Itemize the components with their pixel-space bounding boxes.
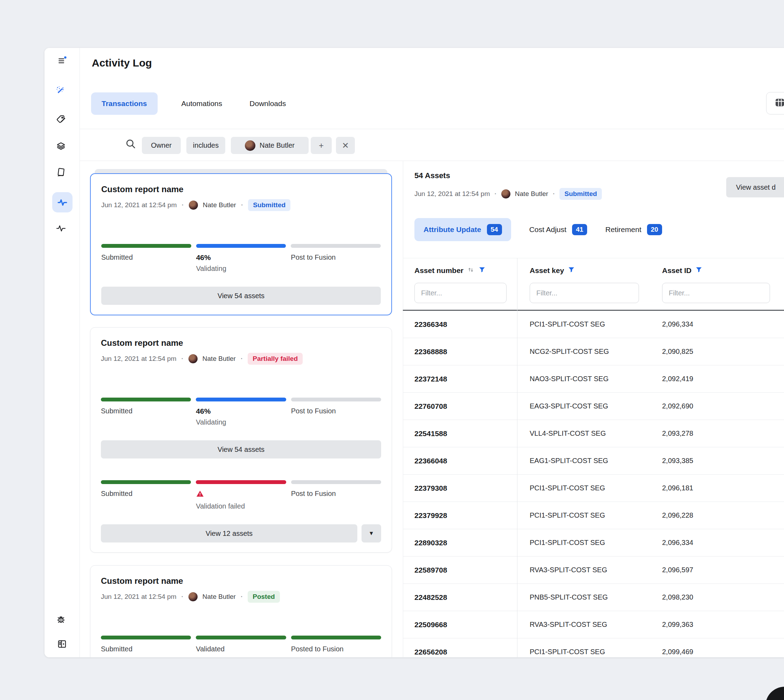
progress-segment-blue bbox=[196, 244, 286, 248]
report-card[interactable]: Custom report nameJun 12, 2021 at 12:54 … bbox=[90, 327, 392, 553]
asset-id-cell: 2,092,419 bbox=[650, 375, 693, 383]
asset-id-cell: 2,092,690 bbox=[650, 402, 693, 410]
view-assets-dropdown-button[interactable]: ▼ bbox=[361, 524, 381, 542]
progress-labels: SubmittedValidation failedPost to Fusion bbox=[101, 490, 381, 510]
progress-substatus: Validation failed bbox=[196, 502, 286, 510]
asset-number-cell: 22379928 bbox=[403, 512, 518, 520]
table-row[interactable]: 22509668RVA3-SPLIT-COST SEG2,099,363 bbox=[403, 611, 784, 638]
clear-filter-button[interactable]: ✕ bbox=[336, 137, 355, 154]
dot-separator: · bbox=[495, 190, 497, 198]
asset-number-cell: 22366048 bbox=[403, 457, 518, 465]
chip-retirement[interactable]: Retirement20 bbox=[605, 218, 662, 241]
report-title: Custom report name bbox=[101, 184, 381, 195]
filter-field-pill[interactable]: Owner bbox=[142, 137, 181, 154]
assets-panel-title: 54 Assets bbox=[415, 171, 450, 180]
progress-percent: 46% bbox=[196, 407, 286, 415]
avatar bbox=[189, 592, 197, 601]
asset-key-cell: EAG1-SPLIT-COST SEG bbox=[518, 457, 650, 465]
asset-id-cell: 2,090,825 bbox=[650, 348, 693, 356]
activity-pulse-icon-active[interactable] bbox=[54, 194, 71, 211]
progress-segment-green bbox=[101, 636, 191, 640]
view-assets-button[interactable]: View 54 assets bbox=[101, 440, 381, 458]
tab-downloads[interactable]: Downloads bbox=[246, 99, 289, 108]
view-asset-details-button[interactable]: View asset d bbox=[726, 177, 784, 197]
asset-id-cell: 2,093,385 bbox=[650, 457, 693, 465]
side-panel-icon[interactable] bbox=[53, 636, 70, 652]
avatar bbox=[245, 140, 256, 151]
progress-stage-label: Post to Fusion bbox=[291, 490, 336, 497]
table-row[interactable]: 22366348PCI1-SPLIT-COST SEG2,096,334 bbox=[403, 311, 784, 338]
table-row[interactable]: 22890328PCI1-SPLIT-COST SEG2,096,334 bbox=[403, 529, 784, 557]
asset-key-cell: RVA3-SPLIT-COST SEG bbox=[518, 620, 650, 628]
frozen-column-divider bbox=[517, 258, 517, 657]
progress-labels: Submitted46%ValidatingPost to Fusion bbox=[101, 407, 381, 426]
chip-count-badge: 41 bbox=[572, 224, 587, 235]
tab-automations[interactable]: Automations bbox=[178, 99, 226, 108]
asset-number-filter-input[interactable] bbox=[415, 283, 507, 303]
table-row[interactable]: 22368888NCG2-SPLIT-COST SEG2,090,825 bbox=[403, 338, 784, 365]
column-label: Asset number bbox=[415, 267, 463, 275]
report-meta: Jun 12, 2021 at 12:54 pm·Nate Butler·Pos… bbox=[101, 592, 381, 602]
tags-icon[interactable] bbox=[53, 111, 69, 127]
notebook-icon[interactable] bbox=[53, 164, 69, 181]
asset-id-filter-input[interactable] bbox=[662, 283, 770, 303]
column-header-asset-key[interactable]: Asset key bbox=[530, 266, 662, 275]
asset-key-cell: NCG2-SPLIT-COST SEG bbox=[518, 348, 650, 356]
report-card[interactable]: Custom report nameJun 12, 2021 at 12:54 … bbox=[90, 565, 392, 657]
table-row[interactable]: 22589708RVA3-SPLIT-COST SEG2,096,597 bbox=[403, 557, 784, 584]
progress-label-cell: Submitted bbox=[101, 645, 191, 653]
chip-label: Retirement bbox=[605, 225, 642, 234]
report-card[interactable]: Custom report nameJun 12, 2021 at 12:54 … bbox=[90, 173, 392, 315]
table-row[interactable]: 22482528PNB5-SPLIT-COST SEG2,098,230 bbox=[403, 584, 784, 611]
filter-operator-pill[interactable]: includes bbox=[186, 137, 225, 154]
table-row[interactable]: 22379928PCI1-SPLIT-COST SEG2,096,228 bbox=[403, 502, 784, 529]
filter-funnel-icon[interactable] bbox=[568, 266, 575, 275]
add-filter-button[interactable]: + bbox=[311, 137, 332, 154]
table-row[interactable]: 22760708EAG3-SPLIT-COST SEG2,092,690 bbox=[403, 393, 784, 420]
table-row[interactable]: 22379308PCI1-SPLIT-COST SEG2,096,181 bbox=[403, 475, 784, 502]
chip-count-badge: 54 bbox=[487, 224, 502, 235]
menu-icon[interactable] bbox=[53, 52, 70, 69]
filter-funnel-icon[interactable] bbox=[695, 266, 703, 275]
asset-key-filter-input[interactable] bbox=[530, 283, 639, 303]
progress-segment-gray bbox=[291, 398, 381, 402]
asset-key-cell: RVA3-SPLIT-COST SEG bbox=[518, 566, 650, 574]
progress-label-cell: Submitted bbox=[101, 407, 191, 426]
layers-icon[interactable] bbox=[53, 138, 69, 155]
progress-segment-green bbox=[196, 636, 286, 640]
chip-label: Cost Adjust bbox=[529, 225, 567, 234]
view-assets-button[interactable]: View 54 assets bbox=[101, 287, 381, 305]
report-title: Custom report name bbox=[101, 575, 381, 587]
progress-substatus: Validating bbox=[196, 418, 286, 426]
table-row[interactable]: 22366048EAG1-SPLIT-COST SEG2,093,385 bbox=[403, 447, 784, 475]
chip-attribute-update[interactable]: Attribute Update54 bbox=[415, 218, 511, 241]
progress-segment-gray bbox=[291, 480, 381, 484]
table-row[interactable]: 22372148NAO3-SPLIT-COST SEG2,092,419 bbox=[403, 365, 784, 393]
table-view-button[interactable] bbox=[766, 92, 784, 115]
report-date: Jun 12, 2021 at 12:54 pm bbox=[101, 201, 177, 209]
report-owner: Nate Butler bbox=[202, 593, 236, 601]
progress-stage-label: Submitted bbox=[101, 490, 132, 497]
table-row[interactable]: 22541588VLL4-SPLIT-COST SEG2,093,278 bbox=[403, 420, 784, 447]
view-assets-button[interactable]: View 12 assets bbox=[101, 524, 357, 542]
sort-icon[interactable] bbox=[467, 266, 475, 275]
chip-cost-adjust[interactable]: Cost Adjust41 bbox=[529, 218, 587, 241]
asset-key-cell: EAG3-SPLIT-COST SEG bbox=[518, 402, 650, 410]
page-title: Activity Log bbox=[92, 57, 152, 69]
bug-icon[interactable] bbox=[53, 611, 69, 628]
activity-pulse-icon[interactable] bbox=[53, 220, 69, 237]
table-row[interactable]: 22656208PCI1-SPLIT-COST SEG2,099,469 bbox=[403, 638, 784, 657]
tab-bar: Transactions Automations Downloads bbox=[91, 92, 289, 115]
filter-funnel-icon[interactable] bbox=[478, 266, 486, 275]
chip-count-badge: 20 bbox=[647, 224, 662, 235]
status-badge: Submitted bbox=[248, 199, 291, 211]
progress-label-cell: Submitted bbox=[101, 253, 191, 273]
progress-stage-label: Submitted bbox=[101, 645, 132, 653]
column-header-asset-number[interactable]: Asset number bbox=[415, 266, 530, 275]
filter-value-pill[interactable]: Nate Butler bbox=[231, 137, 309, 154]
assets-status-badge: Submitted bbox=[560, 188, 602, 200]
asset-key-cell: PCI1-SPLIT-COST SEG bbox=[518, 320, 650, 328]
magic-wand-icon[interactable] bbox=[52, 82, 69, 99]
column-header-asset-id[interactable]: Asset ID bbox=[662, 266, 703, 275]
tab-transactions[interactable]: Transactions bbox=[91, 92, 158, 115]
